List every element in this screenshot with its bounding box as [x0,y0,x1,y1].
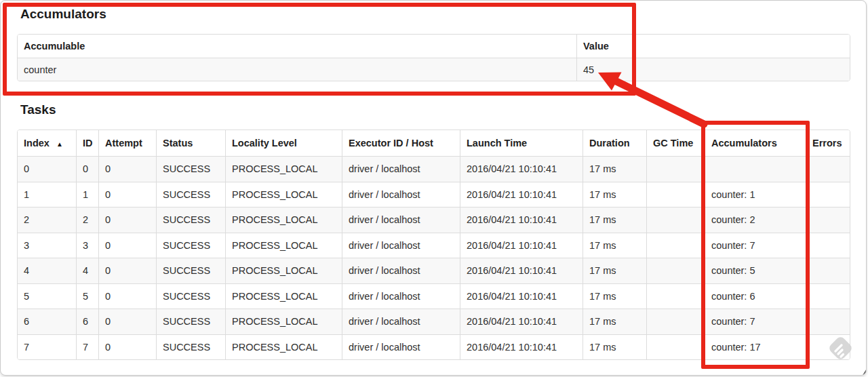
cell-id: 3 [76,233,98,258]
cell-status: SUCCESS [156,233,225,258]
cell-errors [806,233,850,258]
table-row: 110SUCCESSPROCESS_LOCALdriver / localhos… [18,182,850,207]
cell-accumulators: counter: 2 [705,207,806,233]
cell-launch-time: 2016/04/21 10:10:41 [460,258,583,283]
cell-duration: 17 ms [583,182,646,207]
cell-status: SUCCESS [156,182,225,207]
cell-duration: 17 ms [583,334,646,360]
cell-attempt: 0 [98,334,156,360]
cell-errors [806,207,850,233]
col-header-locality-level[interactable]: Locality Level [225,130,342,156]
cell-accumulators: counter: 5 [705,258,806,283]
table-row: 000SUCCESSPROCESS_LOCALdriver / localhos… [18,156,850,182]
table-row: 220SUCCESSPROCESS_LOCALdriver / localhos… [18,207,850,233]
cell-errors [806,258,850,283]
cell-gc-time [646,283,705,309]
cell-gc-time [646,258,705,283]
cell-status: SUCCESS [156,207,225,233]
cell-index: 2 [18,207,76,233]
col-header-index-label: Index [24,138,50,148]
cell-attempt: 0 [98,182,156,207]
table-row: 660SUCCESSPROCESS_LOCALdriver / localhos… [18,309,850,334]
col-header-status[interactable]: Status [156,130,225,156]
cursor-arrow-tip [862,368,867,376]
cell-locality-level: PROCESS_LOCAL [225,156,342,182]
cell-accumulable: counter [18,58,576,81]
cell-id: 1 [76,182,98,207]
table-row: counter45 [18,58,850,81]
cell-index: 5 [18,283,76,309]
col-header-id[interactable]: ID [76,130,98,156]
col-header-accumulable[interactable]: Accumulable [18,35,576,58]
cell-accumulators: counter: 17 [705,334,806,360]
cell-executor-id-host: driver / localhost [342,182,460,207]
col-header-launch-time[interactable]: Launch Time [460,130,583,156]
cell-errors [806,283,850,309]
cell-id: 0 [76,156,98,182]
cell-attempt: 0 [98,258,156,283]
col-header-executor-id-host[interactable]: Executor ID / Host [342,130,460,156]
cell-duration: 17 ms [583,309,646,334]
cell-launch-time: 2016/04/21 10:10:41 [460,233,583,258]
cell-gc-time [646,334,705,360]
col-header-attempt[interactable]: Attempt [98,130,156,156]
cell-errors [806,182,850,207]
screenshot-frame: Accumulators Accumulable Value counter45… [0,0,867,376]
tasks-header-row: Index▲ ID Attempt Status Locality Level … [18,130,850,156]
cell-attempt: 0 [98,283,156,309]
cell-launch-time: 2016/04/21 10:10:41 [460,309,583,334]
cell-gc-time [646,156,705,182]
cell-launch-time: 2016/04/21 10:10:41 [460,334,583,360]
cell-duration: 17 ms [583,283,646,309]
cell-status: SUCCESS [156,258,225,283]
sort-ascending-icon: ▲ [56,140,63,148]
cell-executor-id-host: driver / localhost [342,207,460,233]
cell-attempt: 0 [98,207,156,233]
col-header-value[interactable]: Value [576,35,850,58]
cell-duration: 17 ms [583,156,646,182]
cell-accumulators: counter: 7 [705,309,806,334]
cell-accumulators: counter: 6 [705,283,806,309]
cell-duration: 17 ms [583,258,646,283]
cell-launch-time: 2016/04/21 10:10:41 [460,182,583,207]
cell-locality-level: PROCESS_LOCAL [225,309,342,334]
accumulators-table-body: counter45 [18,58,850,81]
cell-gc-time [646,309,705,334]
cell-errors [806,156,850,182]
cell-launch-time: 2016/04/21 10:10:41 [460,207,583,233]
col-header-accumulators[interactable]: Accumulators [705,130,806,156]
table-row: 330SUCCESSPROCESS_LOCALdriver / localhos… [18,233,850,258]
cell-id: 5 [76,283,98,309]
cell-attempt: 0 [98,233,156,258]
accumulators-section-title: Accumulators [20,7,106,22]
cell-value: 45 [576,58,850,81]
cell-accumulators: counter: 7 [705,233,806,258]
cell-status: SUCCESS [156,309,225,334]
cell-locality-level: PROCESS_LOCAL [225,207,342,233]
accumulators-table: Accumulable Value counter45 [17,34,850,81]
cell-executor-id-host: driver / localhost [342,309,460,334]
cell-status: SUCCESS [156,156,225,182]
cell-id: 2 [76,207,98,233]
cell-gc-time [646,182,705,207]
cell-locality-level: PROCESS_LOCAL [225,334,342,360]
cell-locality-level: PROCESS_LOCAL [225,258,342,283]
cell-index: 6 [18,309,76,334]
cell-index: 1 [18,182,76,207]
col-header-index[interactable]: Index▲ [18,130,76,156]
tasks-section-title: Tasks [20,102,56,117]
cell-id: 7 [76,334,98,360]
cell-executor-id-host: driver / localhost [342,156,460,182]
cell-id: 4 [76,258,98,283]
cell-status: SUCCESS [156,334,225,360]
cell-locality-level: PROCESS_LOCAL [225,182,342,207]
col-header-duration[interactable]: Duration [583,130,646,156]
cell-index: 0 [18,156,76,182]
cell-launch-time: 2016/04/21 10:10:41 [460,283,583,309]
tasks-table: Index▲ ID Attempt Status Locality Level … [17,130,850,360]
cell-gc-time [646,233,705,258]
cell-accumulators [705,156,806,182]
col-header-errors[interactable]: Errors [806,130,850,156]
col-header-gc-time[interactable]: GC Time [646,130,705,156]
cell-locality-level: PROCESS_LOCAL [225,233,342,258]
